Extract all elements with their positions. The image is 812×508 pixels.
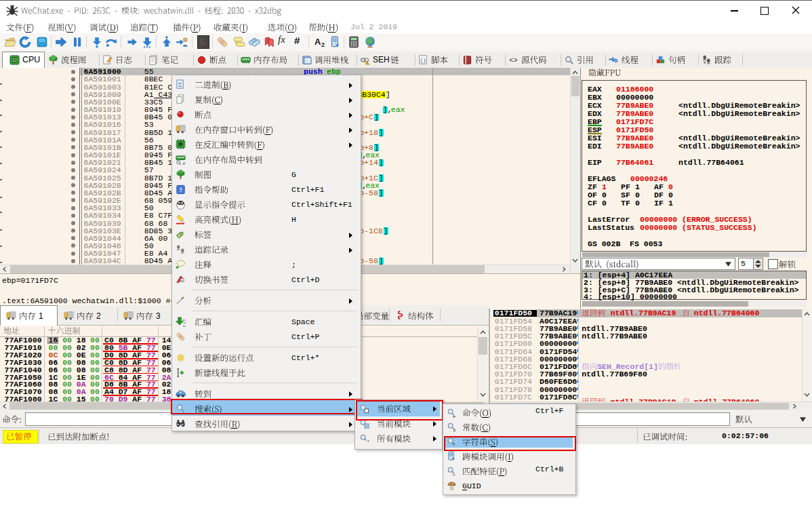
svg-text:01: 01 [183, 324, 186, 327]
svg-text:?: ? [179, 186, 182, 193]
svg-text:{}: {} [420, 57, 426, 62]
svg-text:32: 32 [12, 58, 18, 62]
svg-text:#: # [453, 429, 455, 432]
svg-text:*: * [367, 439, 369, 444]
svg-text:<>: <> [509, 56, 517, 64]
svg-text:@: @ [183, 161, 186, 164]
svg-text:10: 10 [178, 84, 182, 87]
